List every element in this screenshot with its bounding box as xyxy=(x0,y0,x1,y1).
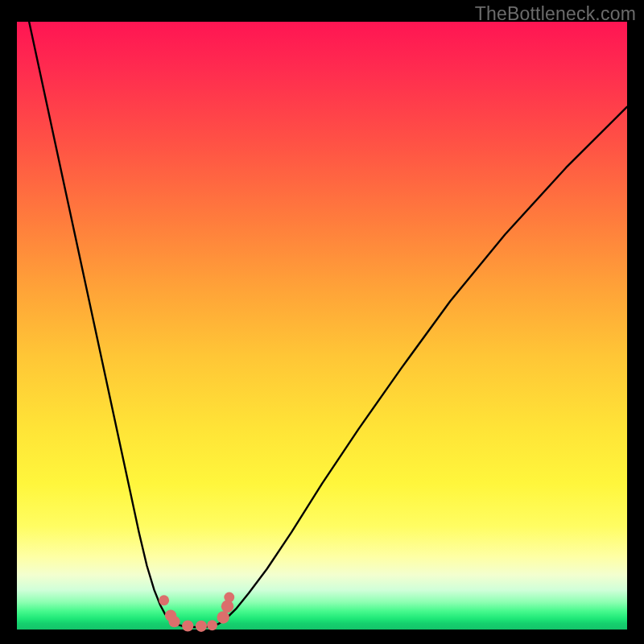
curve-dot xyxy=(217,611,229,623)
curve-dot xyxy=(168,616,180,627)
bottleneck-curve-svg xyxy=(17,22,627,630)
curve-dots-group xyxy=(159,592,234,632)
curve-dot xyxy=(182,620,193,631)
curve-dot xyxy=(196,621,207,632)
bottleneck-curve xyxy=(29,22,627,627)
curve-dot xyxy=(159,595,169,605)
curve-dot xyxy=(224,592,234,603)
watermark-text: TheBottleneck.com xyxy=(475,3,636,25)
curve-dot xyxy=(207,620,217,630)
chart-plot-area xyxy=(17,22,627,630)
